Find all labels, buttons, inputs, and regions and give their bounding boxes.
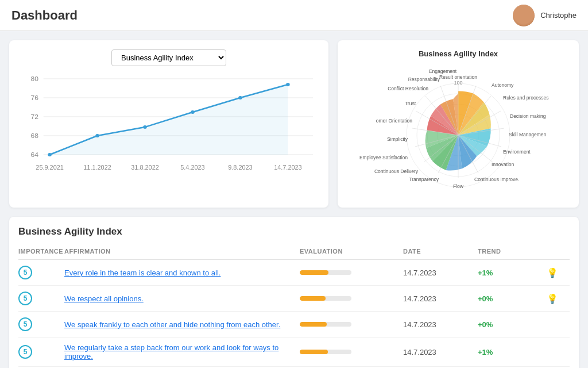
importance-cell: 5	[18, 345, 64, 359]
date-cell: 14.7.2023	[403, 294, 478, 303]
svg-text:omer Orientation: omer Orientation	[376, 118, 413, 124]
date-cell: 14.7.2023	[403, 348, 478, 356]
bulb-cell: 💡	[547, 293, 570, 304]
svg-text:Trust: Trust	[405, 101, 416, 106]
trend-cell: +0%	[478, 320, 547, 329]
importance-badge: 5	[18, 292, 32, 305]
svg-text:Decision making: Decision making	[510, 113, 546, 119]
svg-text:72: 72	[31, 113, 38, 120]
svg-text:76: 76	[31, 94, 38, 101]
svg-text:Conflict Resolution: Conflict Resolution	[388, 86, 428, 91]
affirmation-cell: Every role in the team is clear and know…	[64, 269, 300, 277]
evaluation-cell	[300, 270, 403, 275]
svg-text:14.7.2023: 14.7.2023	[274, 164, 302, 171]
chart-controls: Business Agility Index Team Performance …	[18, 49, 319, 66]
bottom-card-title: Business Agility Index	[18, 226, 570, 237]
affirmation-cell: We respect all opinions.	[64, 294, 300, 303]
svg-text:64: 64	[31, 151, 39, 158]
eval-bar-fill	[300, 270, 328, 275]
header: Dashboard Christophe	[0, 0, 588, 31]
svg-text:Skill Managemen: Skill Managemen	[509, 132, 546, 137]
svg-text:31.8.2022: 31.8.2022	[131, 164, 159, 171]
svg-text:Engagement: Engagement	[429, 68, 457, 74]
importance-badge: 5	[18, 266, 32, 279]
svg-text:25.9.2021: 25.9.2021	[36, 164, 64, 171]
table-body: 5 Every role in the team is clear and kn…	[18, 260, 570, 368]
table-row: 5 We regularly take a step back from our…	[18, 338, 570, 367]
avatar-image	[513, 5, 535, 26]
svg-text:Simplicity: Simplicity	[387, 136, 408, 142]
eval-bar-track	[300, 350, 351, 354]
svg-text:5.4.2023: 5.4.2023	[180, 164, 205, 171]
svg-text:Flow: Flow	[453, 183, 464, 189]
col-trend: TREND	[478, 248, 547, 255]
bulb-icon[interactable]: 💡	[547, 294, 558, 304]
eval-bar-fill	[300, 296, 326, 301]
line-chart-card: Business Agility Index Team Performance …	[9, 40, 328, 208]
bottom-card: Business Agility Index IMPORTANCE AFFIRM…	[9, 217, 579, 368]
eval-bar-track	[300, 322, 351, 327]
importance-cell: 5	[18, 317, 64, 331]
user-name: Christophe	[540, 11, 577, 20]
col-affirmation: AFFIRMATION	[64, 248, 300, 255]
main-content: Business Agility Index Team Performance …	[0, 31, 588, 368]
svg-point-18	[95, 134, 99, 137]
eval-bar-track	[300, 270, 351, 275]
svg-point-22	[286, 83, 290, 86]
chart-select[interactable]: Business Agility Index Team Performance …	[111, 49, 226, 66]
affirmation-link[interactable]: We speak frankly to each other and hide …	[64, 320, 280, 329]
svg-text:Innovation: Innovation	[492, 162, 514, 167]
importance-badge: 5	[18, 345, 32, 359]
trend-cell: +0%	[478, 294, 547, 303]
top-row: Business Agility Index Team Performance …	[9, 40, 579, 208]
affirmation-link[interactable]: We regularly take a step back from our w…	[64, 343, 278, 361]
svg-text:Continuous Delivery: Continuous Delivery	[374, 168, 419, 174]
svg-text:9.8.2023: 9.8.2023	[228, 164, 253, 171]
svg-text:80: 80	[31, 75, 38, 82]
svg-point-21	[238, 96, 242, 99]
table-row: 5 We speak frankly to each other and hid…	[18, 312, 570, 338]
page-title: Dashboard	[11, 8, 78, 23]
svg-text:Employee Satisfaction: Employee Satisfaction	[359, 155, 408, 160]
radar-chart-card: Business Agility Index 100	[338, 40, 579, 208]
svg-text:Environment: Environment	[503, 149, 531, 155]
bulb-icon[interactable]: 💡	[547, 268, 558, 278]
affirmation-cell: We speak frankly to each other and hide …	[64, 320, 300, 329]
affirmation-link[interactable]: We respect all opinions.	[64, 294, 144, 303]
svg-marker-16	[50, 85, 288, 155]
eval-bar-fill	[300, 322, 327, 327]
svg-point-20	[191, 110, 195, 114]
evaluation-cell	[300, 322, 403, 327]
radar-title: Business Agility Index	[347, 49, 570, 58]
evaluation-cell	[300, 350, 403, 354]
svg-point-17	[48, 153, 52, 156]
svg-text:Result orientation: Result orientation	[439, 74, 477, 80]
line-chart: 80 76 72 68 64 25.9.2021 11.1.2022 31.8.…	[18, 73, 319, 177]
affirmation-link[interactable]: Every role in the team is clear and know…	[64, 269, 220, 277]
evaluation-cell	[300, 296, 403, 301]
user-info: Christophe	[513, 5, 577, 26]
col-date: DATE	[403, 248, 478, 255]
date-cell: 14.7.2023	[403, 320, 478, 329]
eval-bar-track	[300, 296, 351, 301]
svg-text:68: 68	[31, 132, 38, 139]
bulb-cell: 💡	[547, 267, 570, 278]
svg-point-19	[143, 125, 147, 129]
affirmation-cell: We regularly take a step back from our w…	[64, 343, 300, 361]
col-evaluation: EVALUATION	[300, 248, 403, 255]
svg-text:Autonomy: Autonomy	[492, 82, 514, 88]
importance-badge: 5	[18, 317, 32, 331]
svg-text:Continuous Improve.: Continuous Improve.	[474, 177, 519, 182]
importance-cell: 5	[18, 266, 64, 279]
col-actions	[547, 248, 570, 255]
trend-cell: +1%	[478, 269, 547, 277]
svg-text:Transparency: Transparency	[409, 177, 439, 182]
table-header: IMPORTANCE AFFIRMATION EVALUATION DATE T…	[18, 246, 570, 260]
trend-cell: +1%	[478, 348, 547, 356]
table-row: 5 Every role in the team is clear and kn…	[18, 260, 570, 286]
svg-text:Rules and processes: Rules and processes	[503, 95, 548, 101]
svg-text:Responsability: Responsability	[408, 76, 440, 82]
date-cell: 14.7.2023	[403, 269, 478, 277]
svg-text:11.1.2022: 11.1.2022	[83, 164, 111, 171]
eval-bar-fill	[300, 350, 328, 354]
